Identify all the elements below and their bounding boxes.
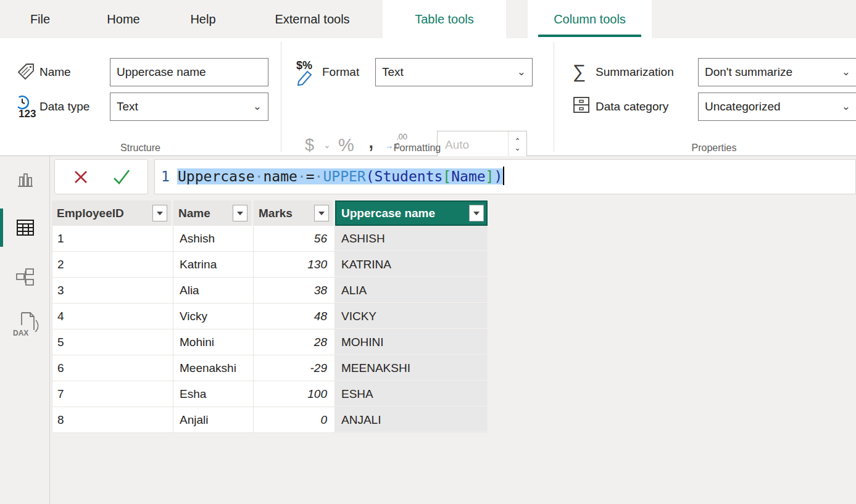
filter-dropdown-button[interactable]	[314, 205, 329, 221]
cell-name[interactable]: Meenakshi	[173, 355, 254, 381]
cell-marks[interactable]: 130	[254, 252, 335, 277]
cell-name[interactable]: Katrina	[173, 252, 254, 277]
report-view-icon[interactable]	[15, 170, 35, 189]
tab-external-tools[interactable]: External tools	[251, 0, 374, 38]
filter-dropdown-button[interactable]	[152, 205, 167, 221]
cell-employeeid[interactable]: 8	[52, 407, 173, 432]
summarization-select[interactable]: Don't summarize ⌄	[698, 58, 856, 86]
cell-marks[interactable]: 28	[254, 329, 335, 355]
filter-triangle-icon	[237, 212, 243, 215]
tab-file[interactable]: File	[25, 0, 56, 38]
cell-uppercase-name[interactable]: MOHINI	[335, 329, 488, 355]
cell-employeeid[interactable]: 3	[52, 278, 173, 303]
cell-marks[interactable]: 48	[254, 304, 335, 329]
ribbon-separator	[281, 42, 281, 152]
cell-marks[interactable]: 0	[254, 407, 335, 432]
summarization-sigma-icon: ∑	[573, 58, 586, 86]
ribbon: Name 123 Data type Text ⌄ Structure $% F…	[0, 38, 856, 156]
format-value: Text	[382, 65, 404, 78]
cell-marks[interactable]: 38	[254, 278, 335, 303]
tag-icon	[16, 62, 36, 81]
chevron-down-icon: ⌄	[842, 93, 850, 120]
column-header-marks[interactable]: Marks	[254, 200, 333, 226]
cell-name[interactable]: Esha	[173, 381, 254, 407]
filter-dropdown-button[interactable]	[469, 205, 484, 221]
summarization-value: Don't summarize	[705, 65, 792, 78]
data-category-select[interactable]: Uncategorized ⌄	[698, 93, 856, 121]
cell-marks[interactable]: -29	[254, 355, 335, 381]
cell-name[interactable]: Vicky	[173, 304, 254, 329]
formula-line-number: 1	[161, 160, 170, 194]
column-header-uppercase-name[interactable]: Uppercase name	[335, 200, 488, 226]
name-field-label: Name	[39, 58, 71, 86]
cell-name[interactable]: Alia	[173, 278, 254, 303]
chevron-down-icon: ⌄	[253, 93, 262, 120]
column-name-input[interactable]	[110, 58, 268, 86]
formula-selection: Uppercase·name·=·UPPER(Students[Name])	[177, 168, 503, 184]
cancel-formula-icon[interactable]	[72, 168, 89, 188]
active-view-indicator	[0, 209, 3, 247]
cell-name[interactable]: Anjali	[173, 407, 254, 432]
data-table: EmployeeID Name Marks Uppercase name 1 A…	[52, 200, 488, 433]
formula-input[interactable]: 1 Uppercase·name·=·UPPER(Students[Name])	[154, 159, 856, 194]
column-header-name[interactable]: Name	[173, 200, 251, 226]
commit-formula-icon[interactable]	[112, 167, 131, 189]
table-row: 4 Vicky 48 VICKY	[52, 304, 488, 329]
cell-name[interactable]: Mohini	[173, 329, 254, 355]
cell-uppercase-name[interactable]: ASHISH	[335, 226, 488, 251]
model-view-icon[interactable]	[15, 267, 35, 287]
format-label: Format	[322, 58, 359, 86]
cell-employeeid[interactable]: 5	[52, 329, 173, 355]
cell-uppercase-name[interactable]: VICKY	[335, 304, 488, 329]
powerbi-window: File Home Help External tools Table tool…	[0, 0, 856, 504]
text-cursor	[503, 167, 504, 185]
table-body: 1 Ashish 56 ASHISH 2 Katrina 130 KATRINA…	[52, 226, 488, 433]
group-properties-label: Properties	[554, 141, 856, 155]
cell-uppercase-name[interactable]: KATRINA	[335, 252, 488, 277]
column-header-employeeid[interactable]: EmployeeID	[52, 200, 171, 226]
table-row: 8 Anjali 0 ANJALI	[52, 407, 488, 433]
data-type-select[interactable]: Text ⌄	[110, 93, 268, 121]
tab-table-tools[interactable]: Table tools	[383, 0, 506, 38]
summarization-label: Summarization	[596, 58, 674, 86]
filter-triangle-icon	[318, 212, 325, 215]
ribbon-separator	[554, 42, 554, 152]
filter-triangle-icon	[157, 212, 163, 215]
data-type-value: Text	[117, 100, 138, 113]
cell-uppercase-name[interactable]: MEENAKSHI	[335, 355, 488, 381]
group-formatting-label: Formatting	[281, 141, 554, 155]
table-row: 6 Meenakshi -29 MEENAKSHI	[52, 355, 488, 381]
tab-home[interactable]: Home	[93, 0, 154, 38]
cell-uppercase-name[interactable]: ESHA	[335, 381, 488, 407]
cell-marks[interactable]: 56	[254, 226, 335, 251]
cell-employeeid[interactable]: 2	[52, 252, 173, 277]
tab-column-tools[interactable]: Column tools	[528, 0, 652, 38]
data-type-label: Data type	[39, 93, 89, 121]
dax-query-view-icon[interactable]: DAX	[15, 312, 40, 339]
format-select[interactable]: Text ⌄	[375, 58, 533, 86]
cell-marks[interactable]: 100	[254, 381, 335, 407]
data-category-label: Data category	[596, 93, 668, 121]
data-category-value: Uncategorized	[705, 100, 781, 113]
cell-employeeid[interactable]: 4	[52, 304, 173, 329]
cell-employeeid[interactable]: 7	[52, 381, 173, 407]
cell-uppercase-name[interactable]: ANJALI	[335, 407, 488, 432]
formula-button-group	[54, 159, 148, 194]
column-header-label: Marks	[259, 207, 293, 220]
table-row: 3 Alia 38 ALIA	[52, 278, 488, 304]
table-header-row: EmployeeID Name Marks Uppercase name	[52, 200, 488, 226]
dax-icon-label: DAX	[13, 329, 28, 337]
cell-employeeid[interactable]: 1	[52, 226, 173, 251]
cell-name[interactable]: Ashish	[173, 226, 254, 251]
cell-employeeid[interactable]: 6	[52, 355, 173, 381]
cell-uppercase-name[interactable]: ALIA	[335, 278, 488, 303]
filter-dropdown-button[interactable]	[233, 205, 247, 221]
data-category-icon	[572, 95, 592, 115]
column-header-label: EmployeeID	[57, 207, 124, 220]
filter-triangle-icon	[473, 212, 480, 215]
svg-text:123: 123	[19, 108, 36, 120]
tab-help[interactable]: Help	[180, 0, 226, 38]
table-row: 2 Katrina 130 KATRINA	[52, 252, 488, 278]
table-row: 1 Ashish 56 ASHISH	[52, 226, 488, 252]
data-view-icon[interactable]	[15, 218, 35, 238]
